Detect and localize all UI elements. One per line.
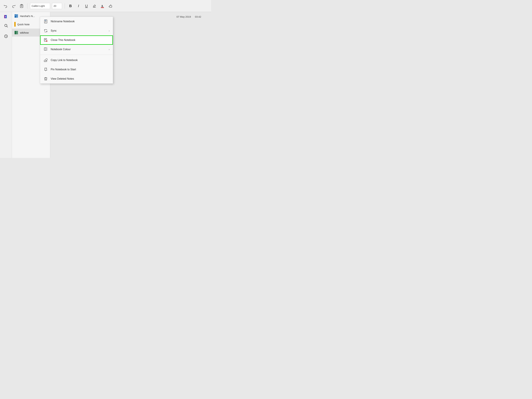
copy-link-icon bbox=[43, 58, 48, 63]
menu-item-pin[interactable]: Pin Notebook to Start bbox=[40, 65, 113, 74]
svg-rect-16 bbox=[15, 15, 16, 15]
undo-button[interactable] bbox=[3, 3, 9, 9]
svg-rect-19 bbox=[16, 31, 18, 34]
trash-icon bbox=[43, 76, 48, 81]
toolbar: Calibri Light 20 B I U A bbox=[0, 0, 211, 12]
divider bbox=[27, 3, 27, 9]
sync-icon bbox=[43, 28, 48, 33]
svg-line-12 bbox=[7, 26, 8, 27]
menu-item-colour-left: Notebook Colour bbox=[43, 47, 71, 52]
sync-chevron: › bbox=[109, 29, 110, 32]
menu-item-colour[interactable]: Notebook Colour › bbox=[40, 45, 113, 54]
onenote-logo: N bbox=[4, 15, 8, 19]
menu-label-close: Close This Notebook bbox=[51, 38, 75, 42]
underline-button[interactable]: U bbox=[83, 3, 89, 9]
svg-rect-17 bbox=[15, 15, 16, 16]
clipboard-icon[interactable] bbox=[19, 3, 25, 9]
date-display: 07 May 2019 bbox=[177, 15, 191, 18]
menu-item-copy-link[interactable]: Copy Link to Notebook bbox=[40, 56, 113, 65]
svg-rect-1 bbox=[20, 5, 23, 8]
close-notebook-icon bbox=[43, 38, 48, 42]
search-icon[interactable] bbox=[2, 22, 10, 29]
left-sidebar: N bbox=[0, 12, 12, 158]
menu-label-deleted: View Deleted Notes bbox=[51, 77, 74, 80]
svg-point-11 bbox=[5, 24, 7, 27]
colour-chevron: › bbox=[109, 48, 110, 51]
menu-label-sync: Sync bbox=[51, 29, 57, 32]
svg-rect-15 bbox=[16, 14, 18, 18]
menu-label-copy-link: Copy Link to Notebook bbox=[51, 59, 78, 62]
notebook-label-wikihow: wikihow bbox=[20, 31, 29, 34]
colour-icon bbox=[43, 47, 48, 52]
font-color-button[interactable]: A bbox=[99, 3, 105, 9]
svg-text:A: A bbox=[101, 5, 103, 8]
menu-item-nickname[interactable]: Nickname Notebook bbox=[40, 17, 113, 26]
svg-text:N: N bbox=[5, 16, 6, 18]
notebook-icon-harshals bbox=[14, 14, 18, 18]
notebook-rename-icon bbox=[43, 19, 48, 24]
font-name-selector[interactable]: Calibri Light bbox=[30, 3, 50, 9]
notebook-icon-wikihow bbox=[14, 31, 18, 35]
context-menu: Nickname Notebook Sync › bbox=[40, 17, 113, 84]
menu-separator-1 bbox=[40, 55, 113, 55]
bold-button[interactable]: B bbox=[68, 3, 74, 9]
eraser-button[interactable] bbox=[108, 3, 113, 9]
menu-label-pin: Pin Notebook to Start bbox=[51, 68, 76, 71]
menu-item-sync-left: Sync bbox=[43, 28, 57, 33]
menu-item-deleted[interactable]: View Deleted Notes bbox=[40, 74, 113, 83]
history-icon[interactable] bbox=[2, 32, 10, 40]
pin-icon bbox=[43, 67, 48, 72]
time-display: 03:42 bbox=[195, 15, 201, 18]
menu-item-close[interactable]: Close This Notebook bbox=[40, 35, 113, 45]
redo-button[interactable] bbox=[11, 3, 17, 9]
svg-line-7 bbox=[109, 5, 111, 6]
font-size-selector[interactable]: 20 bbox=[52, 3, 62, 9]
notebook-label-quicknote: Quick Note bbox=[17, 23, 30, 26]
menu-label-nickname: Nickname Notebook bbox=[51, 20, 75, 23]
highlight-button[interactable] bbox=[91, 3, 97, 9]
menu-item-sync[interactable]: Sync › bbox=[40, 26, 113, 35]
divider2 bbox=[65, 3, 65, 9]
notebook-icon-quicknote bbox=[14, 22, 16, 27]
date-area: 07 May 2019 03:42 bbox=[177, 15, 201, 18]
menu-label-colour: Notebook Colour bbox=[51, 48, 71, 51]
notebook-label-harshals: Harshal's N... bbox=[20, 15, 35, 18]
italic-button[interactable]: I bbox=[76, 3, 82, 9]
